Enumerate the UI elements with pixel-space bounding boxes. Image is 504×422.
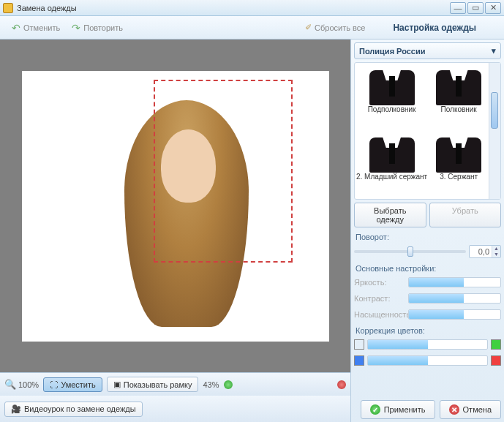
undo-button[interactable]: ↶ Отменить xyxy=(6,20,66,35)
photo xyxy=(22,71,329,342)
redo-icon: ↷ xyxy=(72,23,80,33)
window-title: Замена одежды xyxy=(17,4,450,12)
catalog-item[interactable]: 3. Сержант xyxy=(429,132,489,197)
redo-button[interactable]: ↷ Повторить xyxy=(66,20,129,35)
catalog-item-label: 2. Младший сержант xyxy=(356,173,427,181)
catalog-item[interactable]: 2. Младший сержант xyxy=(356,132,427,197)
cancel-button[interactable]: ✕ Отмена xyxy=(440,400,501,419)
camera-icon: 🎥 xyxy=(11,404,21,414)
check-icon: ✓ xyxy=(370,404,380,415)
color-swatch-red[interactable] xyxy=(491,355,501,366)
reset-all-button[interactable]: ✐ Сбросить все xyxy=(299,20,371,34)
video-bar: 🎥 Видеоурок по замене одежды xyxy=(0,396,350,422)
undo-label: Отменить xyxy=(23,23,60,32)
catalog-item[interactable]: Полковник xyxy=(429,64,489,130)
zoom-percent-2: 43% xyxy=(203,380,219,389)
cross-icon: ✕ xyxy=(449,404,459,415)
canvas-area[interactable] xyxy=(0,39,350,372)
close-button[interactable]: ✕ xyxy=(485,2,501,14)
category-dropdown[interactable]: Полиция России ▾ xyxy=(354,42,501,59)
rotate-label: Поворот: xyxy=(354,230,501,241)
video-lesson-label: Видеоурок по замене одежды xyxy=(24,404,136,413)
color-title: Коррекция цветов: xyxy=(354,324,501,335)
rotate-value: 0,0 xyxy=(470,246,492,257)
apply-label: Применить xyxy=(384,405,426,414)
catalog-item-label: 3. Сержант xyxy=(429,173,489,181)
color-swatch-green[interactable] xyxy=(491,339,501,350)
app-icon xyxy=(3,3,13,13)
zoom-in-button[interactable] xyxy=(224,380,233,389)
rotate-spinner[interactable]: 0,0 ▲▼ xyxy=(469,245,501,258)
category-label: Полиция России xyxy=(359,47,426,56)
apply-button[interactable]: ✓ Применить xyxy=(361,400,435,419)
zoom-bar: 🔍 100% ⛶ Уместить ▣ Показывать рамку 43% xyxy=(0,372,350,396)
fit-button[interactable]: ⛶ Уместить xyxy=(43,377,102,392)
saturation-label: Насыщенность: xyxy=(354,310,405,319)
undo-icon: ↶ xyxy=(12,23,20,33)
uniform-thumb xyxy=(429,64,489,105)
spin-down-icon[interactable]: ▼ xyxy=(492,252,500,257)
choose-label: Выбрать одежду xyxy=(374,206,406,224)
catalog-scrollbar[interactable] xyxy=(489,63,500,199)
color-slider-2[interactable] xyxy=(367,355,488,366)
broom-icon: ✐ xyxy=(305,23,312,32)
chevron-down-icon: ▾ xyxy=(492,46,496,56)
video-lesson-button[interactable]: 🎥 Видеоурок по замене одежды xyxy=(4,402,143,417)
clothing-catalog: Подполковник Полковник 2. Младший сержан… xyxy=(354,62,501,200)
side-panel-title: Настройка одежды xyxy=(371,23,498,33)
cancel-label: Отмена xyxy=(463,405,492,414)
rotate-slider[interactable] xyxy=(354,250,466,253)
uniform-thumb xyxy=(362,132,422,172)
color-slider-1[interactable] xyxy=(367,339,488,350)
frame-icon: ▣ xyxy=(113,380,121,389)
toolbar: ↶ Отменить ↷ Повторить ✐ Сбросить все На… xyxy=(0,16,504,39)
catalog-item-label: Подполковник xyxy=(356,105,427,113)
contrast-slider[interactable] xyxy=(408,293,501,304)
maximize-button[interactable]: ▭ xyxy=(467,2,484,14)
brightness-slider[interactable] xyxy=(408,277,501,287)
catalog-item-label: Полковник xyxy=(429,105,489,113)
zoom-out-button[interactable] xyxy=(337,380,346,389)
titlebar: Замена одежды — ▭ ✕ xyxy=(0,0,504,16)
color-swatch-blue[interactable] xyxy=(354,355,364,366)
magnify-icon: 🔍 xyxy=(4,379,16,390)
remove-label: Убрать xyxy=(452,206,478,215)
minimize-button[interactable]: — xyxy=(450,2,466,14)
canvas-column: 🔍 100% ⛶ Уместить ▣ Показывать рамку 43%… xyxy=(0,39,350,422)
fit-icon: ⛶ xyxy=(50,380,58,389)
zoom-level: 🔍 100% xyxy=(4,379,39,390)
brightness-label: Яркость: xyxy=(354,278,405,287)
show-frame-label: Показывать рамку xyxy=(124,380,192,389)
choose-clothing-button[interactable]: Выбрать одежду xyxy=(354,203,426,227)
uniform-thumb xyxy=(429,132,489,172)
catalog-item[interactable]: Подполковник xyxy=(356,64,427,130)
contrast-label: Контраст: xyxy=(354,294,405,303)
fit-label: Уместить xyxy=(61,380,96,389)
spin-up-icon[interactable]: ▲ xyxy=(492,246,500,252)
saturation-slider[interactable] xyxy=(408,309,501,320)
uniform-thumb xyxy=(362,64,422,105)
zoom-percent: 100% xyxy=(18,380,39,389)
show-frame-button[interactable]: ▣ Показывать рамку xyxy=(107,377,199,392)
side-panel: Полиция России ▾ Подполковник Полковник … xyxy=(350,39,504,422)
redo-label: Повторить xyxy=(83,23,123,32)
color-swatch-magenta[interactable] xyxy=(354,339,364,350)
remove-clothing-button[interactable]: Убрать xyxy=(429,203,502,227)
adjust-title: Основные настройки: xyxy=(354,262,501,273)
reset-all-label: Сбросить все xyxy=(315,23,365,32)
